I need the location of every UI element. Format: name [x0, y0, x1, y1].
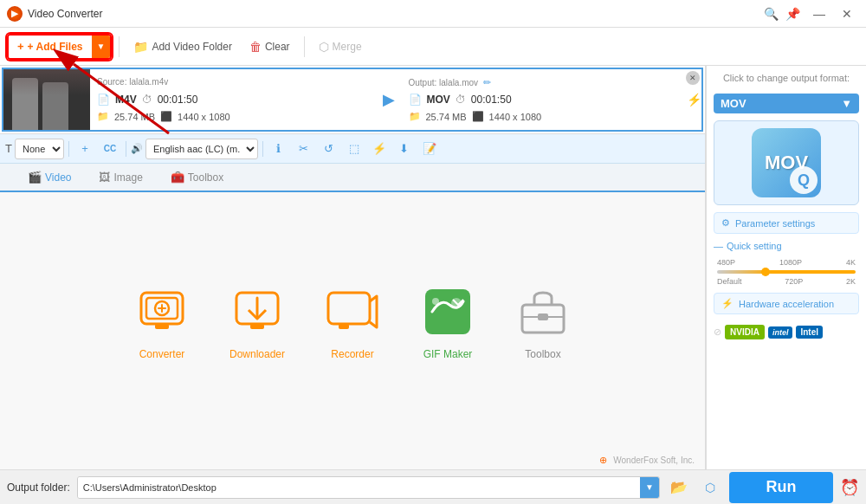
add-files-dropdown-arrow[interactable]: ▼ — [92, 36, 111, 58]
format-preview: MOV Q — [714, 120, 859, 205]
video-close-button[interactable]: ✕ — [686, 71, 700, 85]
pin-icon: 📌 — [785, 7, 800, 21]
quality-labels-bottom: Default 720P 2K — [717, 277, 856, 286]
content-area: 🎬 Video 🖼 Image 🧰 Toolbox — [0, 164, 705, 469]
gpu-disabled-icon: ⊘ — [714, 326, 721, 338]
app-title: Video Converter — [28, 8, 764, 20]
rotate-btn[interactable]: ↺ — [318, 139, 340, 159]
quality-slider-thumb[interactable] — [761, 268, 770, 276]
add-subtitle-btn[interactable]: + — [74, 139, 96, 159]
dash-icon: — — [714, 241, 723, 251]
watermark-text: WonderFox Soft, Inc. — [613, 456, 695, 465]
svg-rect-3 — [155, 324, 169, 329]
path-dropdown-arrow[interactable]: ▼ — [640, 476, 659, 499]
app-icon: ▶ — [7, 6, 23, 22]
info-btn[interactable]: ℹ — [268, 139, 290, 159]
edit-pencil-icon[interactable]: ✏ — [483, 77, 491, 88]
format-title: Click to change output format: — [714, 73, 859, 83]
format-selector-button[interactable]: MOV ▼ — [714, 94, 859, 113]
subtitle-edit-btn[interactable]: 📝 — [418, 139, 441, 159]
merge-button[interactable]: ⬡ Merge — [312, 36, 369, 57]
tab-toolbox[interactable]: 🧰 Toolbox — [157, 164, 237, 191]
edit-sep-1 — [68, 141, 69, 157]
cut-btn[interactable]: ✂ — [293, 139, 315, 159]
gif-maker-card[interactable]: GIF Maker — [409, 275, 487, 369]
video-output-info: Output: lalala.mov ✏ 📄 MOV ⏱ 00:01:50 📁 … — [402, 69, 688, 130]
add-files-label: + Add Files — [28, 41, 83, 53]
tab-image[interactable]: 🖼 Image — [85, 164, 156, 191]
tab-video[interactable]: 🎬 Video — [14, 164, 85, 192]
quality-4k: 4K — [846, 258, 856, 267]
trash-icon: 🗑 — [249, 40, 262, 54]
run-button[interactable]: Run — [729, 472, 833, 503]
video-source-info: Source: lalala.m4v 📄 M4V ⏱ 00:01:50 📁 25… — [90, 69, 376, 130]
watermark-btn[interactable]: ⬇ — [393, 139, 416, 159]
hardware-acceleration-button[interactable]: ⚡ Hardware acceleration — [714, 293, 859, 314]
quality-labels-top: 480P 1080P 4K — [717, 258, 856, 267]
tool-grid: Converter Downloader — [0, 192, 705, 451]
downloader-icon — [229, 284, 285, 339]
main-toolbar: + + Add Files ▼ 📁 Add Video Folder 🗑 Cle… — [0, 28, 866, 66]
close-button[interactable]: ✕ — [835, 5, 859, 23]
intel-logo: intel — [768, 326, 793, 339]
nvidia-logo: NVIDIA — [725, 325, 765, 339]
convert-icon-button[interactable]: ⬡ — [698, 476, 722, 499]
recorder-label: Recorder — [331, 348, 373, 360]
subtitle-select[interactable]: None — [15, 139, 64, 159]
output-size: 25.74 MB — [426, 112, 467, 122]
gif-maker-label: GIF Maker — [423, 348, 473, 360]
converter-card[interactable]: Converter — [123, 275, 201, 369]
svg-rect-5 — [250, 324, 264, 329]
watermark: ⊕ WonderFox Soft, Inc. — [0, 451, 705, 469]
downloader-card[interactable]: Downloader — [218, 275, 296, 369]
source-format-row: 📄 M4V ⏱ 00:01:50 — [97, 94, 369, 106]
main-layout: Source: lalala.m4v 📄 M4V ⏱ 00:01:50 📁 25… — [0, 66, 866, 469]
image-tab-icon: 🖼 — [99, 171, 110, 184]
output-path[interactable]: C:\Users\Administrator\Desktop — [78, 476, 641, 499]
folder-icon-source: 📁 — [97, 111, 109, 122]
recorder-card[interactable]: Recorder — [313, 275, 391, 369]
intel-icon: intel — [772, 328, 789, 337]
left-panel: Source: lalala.m4v 📄 M4V ⏱ 00:01:50 📁 25… — [0, 66, 706, 469]
video-list: Source: lalala.m4v 📄 M4V ⏱ 00:01:50 📁 25… — [0, 66, 705, 134]
toolbar-separator-1 — [119, 36, 120, 57]
toolbox-tab-icon: 🧰 — [171, 171, 184, 184]
clock-icon-output: ⏱ — [456, 94, 466, 106]
minimize-button[interactable]: — — [807, 5, 831, 23]
audio-select[interactable]: English aac (LC) (m... — [145, 139, 258, 159]
video-thumbnail — [3, 69, 90, 130]
format-name: MOV — [721, 97, 746, 110]
toolbox-card[interactable]: Toolbox — [504, 275, 582, 369]
quality-default: Default — [717, 277, 742, 286]
content-tabs: 🎬 Video 🖼 Image 🧰 Toolbox — [0, 164, 705, 192]
add-folder-button[interactable]: 📁 Add Video Folder — [126, 36, 239, 57]
open-folder-button[interactable]: 📂 — [667, 476, 691, 499]
bottom-bar: Output folder: C:\Users\Administrator\De… — [0, 469, 866, 504]
parameter-settings-button[interactable]: ⚙ Parameter settings — [714, 212, 859, 234]
add-files-main[interactable]: + + Add Files — [9, 36, 92, 58]
source-resolution: 1440 x 1080 — [178, 112, 230, 122]
format-logo-q: Q — [790, 166, 818, 194]
format-logo: MOV Q — [752, 128, 821, 197]
source-size-row: 📁 25.74 MB ⬛ 1440 x 1080 — [97, 111, 369, 122]
search-icon[interactable]: 🔍 — [764, 7, 779, 21]
window-controls: — ✕ — [807, 5, 859, 23]
nvidia-label: NVIDIA — [730, 327, 759, 337]
sliders-icon: ⚙ — [721, 217, 730, 229]
quick-setting-label: — Quick setting — [714, 241, 859, 251]
crop-btn[interactable]: ⬚ — [343, 139, 365, 159]
clear-button[interactable]: 🗑 Clear — [242, 36, 297, 57]
video-tab-label: Video — [45, 171, 71, 184]
add-files-button[interactable]: + + Add Files ▼ — [7, 34, 112, 60]
alarm-icon[interactable]: ⏰ — [840, 478, 859, 497]
effects-btn[interactable]: ⚡ — [368, 139, 391, 159]
source-duration: 00:01:50 — [158, 94, 198, 106]
quality-slider-track[interactable] — [717, 270, 856, 274]
output-duration: 00:01:50 — [471, 94, 512, 106]
cc-btn[interactable]: CC — [99, 139, 121, 159]
output-label: Output: lalala.mov — [409, 78, 479, 87]
video-tab-icon: 🎬 — [28, 171, 42, 184]
quality-slider-container: 480P 1080P 4K Default 720P 2K — [714, 258, 859, 286]
toolbox-label: Toolbox — [525, 348, 560, 360]
hw-accel-icon: ⚡ — [721, 298, 734, 309]
